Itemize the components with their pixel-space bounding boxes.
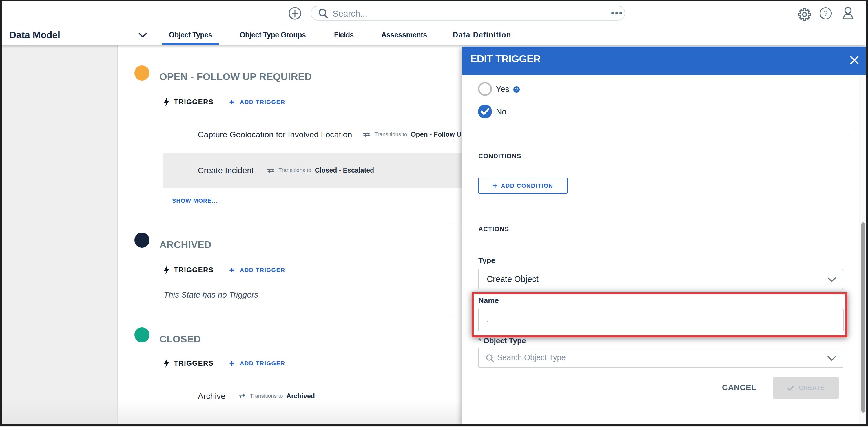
svg-text:?: ? <box>515 87 518 92</box>
svg-text:?: ? <box>824 9 828 17</box>
